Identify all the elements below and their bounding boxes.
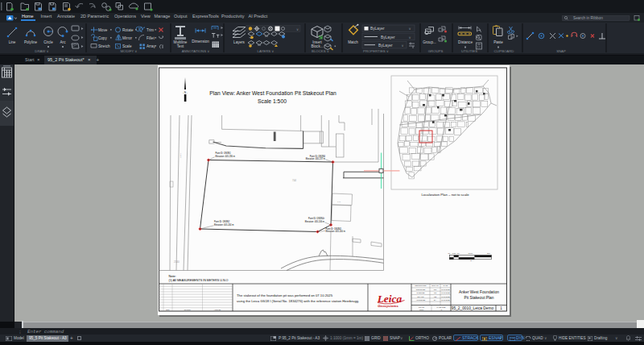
svg-text:Elevation: 405.237 m: Elevation: 405.237 m xyxy=(306,157,325,160)
svg-text:∨: ∨ xyxy=(296,27,299,31)
svg-text:1:500: 1:500 xyxy=(419,309,424,310)
svg-text:Match: Match xyxy=(348,40,358,44)
svg-text:16.10.2025: 16.10.2025 xyxy=(441,299,450,301)
svg-text:Action By: Action By xyxy=(214,309,222,310)
svg-text:Trim: Trim xyxy=(147,28,154,32)
svg-text:1: 1 xyxy=(500,306,502,310)
svg-text:Plan View: Anker West Foundati: Plan View: Anker West Foundation Pit Sta… xyxy=(209,90,336,96)
svg-text:Copy: Copy xyxy=(98,36,107,40)
svg-text:CHECKED: CHECKED xyxy=(416,292,425,293)
svg-text:GROUPS: GROUPS xyxy=(428,49,444,53)
svg-text:Mirror: Mirror xyxy=(122,36,132,40)
svg-text:25m: 25m xyxy=(487,252,490,254)
svg-text:DRAW ∨: DRAW ∨ xyxy=(35,49,48,53)
svg-text:Block...: Block... xyxy=(311,44,323,48)
svg-text:1074: 1074 xyxy=(180,153,182,158)
svg-text:Paste: Paste xyxy=(493,40,503,44)
svg-text:A3: A3 xyxy=(440,309,443,310)
svg-text:MODIFY ∨: MODIFY ∨ xyxy=(121,49,138,53)
svg-text:TIM: TIM xyxy=(434,289,437,290)
svg-text:Geosystems: Geosystems xyxy=(378,304,398,308)
svg-text:Stretch: Stretch xyxy=(98,44,110,48)
svg-text:APPROVED: APPROVED xyxy=(416,299,426,301)
svg-text:∨: ∨ xyxy=(401,44,403,48)
svg-text:UTILITIES: UTILITIES xyxy=(461,49,477,53)
svg-text:CLIPBOARD: CLIPBOARD xyxy=(494,49,514,53)
svg-text:Revision: Revision xyxy=(184,309,192,310)
svg-text:01.10.2025: 01.10.2025 xyxy=(441,292,450,293)
svg-text:PAGE SIZE: PAGE SIZE xyxy=(437,306,446,308)
svg-text:INITIALS: INITIALS xyxy=(431,285,439,286)
svg-text:Localization Plan – not to sca: Localization Plan – not to scale xyxy=(421,193,469,197)
svg-text:Group...: Group... xyxy=(423,40,436,44)
svg-text:Pit Stakeout Plan: Pit Stakeout Plan xyxy=(464,296,494,300)
svg-text:BLOCKS ∨: BLOCKS ∨ xyxy=(312,49,329,53)
svg-text:SURVEYED: SURVEYED xyxy=(416,289,426,290)
svg-text:Scale: Scale xyxy=(122,44,132,48)
svg-text:∨: ∨ xyxy=(408,27,411,31)
svg-text:ANNOTATIONS ∨: ANNOTATIONS ∨ xyxy=(182,49,210,53)
svg-text:DATE: DATE xyxy=(444,285,448,286)
svg-text:Elevation: 405.236 m: Elevation: 405.236 m xyxy=(216,155,235,158)
svg-text:Search in Ribbon: Search in Ribbon xyxy=(573,16,603,20)
svg-text:Circle: Circle xyxy=(43,40,53,44)
svg-text:0m: 0m xyxy=(448,252,451,254)
svg-text:12.5m: 12.5m xyxy=(469,252,473,254)
svg-text:DESCRIPTION: DESCRIPTION xyxy=(415,285,427,286)
svg-text:~m: ~m xyxy=(469,260,472,261)
svg-text:using the Leica GS18 I (Serial: using the Leica GS18 I (Serial No. 18342… xyxy=(237,299,359,303)
svg-text:5m: 5m xyxy=(457,252,460,254)
svg-text:The stakeout of the foundation: The stakeout of the foundation pit was p… xyxy=(237,293,333,297)
svg-text:2.5m: 2.5m xyxy=(452,252,456,254)
svg-text:Fillet: Fillet xyxy=(147,36,155,40)
svg-text:PROPERTIES ∨: PROPERTIES ∨ xyxy=(363,49,389,53)
svg-text:Elevation: 405.246 m: Elevation: 405.246 m xyxy=(305,220,324,223)
svg-text:BA: BA xyxy=(434,299,436,301)
svg-text:Arc: Arc xyxy=(60,40,67,44)
svg-text:2140: 2140 xyxy=(174,260,180,264)
svg-text:CM: CM xyxy=(434,292,437,293)
svg-text:Layers: Layers xyxy=(233,40,245,44)
svg-text:∨: ∨ xyxy=(408,35,411,39)
svg-text:747: 747 xyxy=(337,201,341,203)
svg-text:Elevation: 405.240 m: Elevation: 405.240 m xyxy=(326,230,345,233)
svg-text:Leica: Leica xyxy=(377,293,402,305)
svg-text:744: 744 xyxy=(292,179,296,182)
svg-text:(1) All MEASUREMENTS IN METERS: (1) All MEASUREMENTS IN METERS U.N.O xyxy=(169,279,229,282)
svg-text:- N -: - N - xyxy=(183,91,188,94)
svg-text:Scale 1:500: Scale 1:500 xyxy=(258,98,287,104)
svg-text:Note:: Note: xyxy=(169,274,176,278)
svg-text:Distance: Distance xyxy=(458,40,473,44)
svg-text:Text: Text xyxy=(177,44,184,48)
svg-text:Line: Line xyxy=(9,40,16,44)
svg-text:Elevation: 405.244 m: Elevation: 405.244 m xyxy=(214,223,233,227)
svg-text:SNAP: SNAP xyxy=(556,49,566,53)
svg-text:01.10.2025: 01.10.2025 xyxy=(441,296,450,297)
svg-text:Rotate: Rotate xyxy=(122,28,134,32)
svg-text:Anker West Foundation: Anker West Foundation xyxy=(459,290,499,294)
svg-text:DRAWN: DRAWN xyxy=(418,296,424,297)
svg-text:95_2_0010_Leica Demo: 95_2_0010_Leica Demo xyxy=(452,306,494,310)
svg-text:MB: MB xyxy=(434,296,437,297)
svg-text:Array: Array xyxy=(147,44,156,48)
svg-text:LAYERS ∨: LAYERS ∨ xyxy=(258,49,275,53)
svg-text:Move: Move xyxy=(98,28,108,32)
svg-text:ByLayer: ByLayer xyxy=(370,27,385,31)
svg-text:Polyline: Polyline xyxy=(24,40,38,44)
svg-text:ByLayer: ByLayer xyxy=(381,35,395,39)
svg-text:Date: Date xyxy=(166,309,170,310)
svg-text:ByLayer: ByLayer xyxy=(378,44,393,48)
svg-text:Dimension: Dimension xyxy=(192,39,209,44)
svg-text:16.10.2025: 16.10.2025 xyxy=(441,289,450,290)
svg-text:SCALE: SCALE xyxy=(419,306,424,308)
